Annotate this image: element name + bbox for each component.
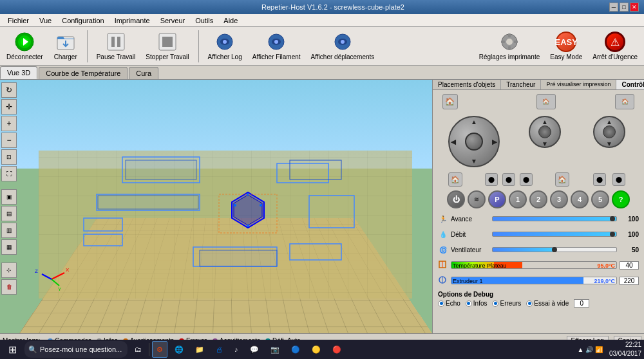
tab-placements[interactable]: Placements d'objets [433,80,501,89]
dpad-up[interactable]: ▲ [471,118,477,125]
step-btn-5[interactable]: ⬤ [612,173,625,186]
view-front[interactable]: ▥ [1,223,17,238]
rotate-tool[interactable]: ↻ [1,82,17,98]
taskbar-app3[interactable]: 🔴 [328,341,346,358]
taskbar-edge[interactable]: 🌐 [170,341,188,358]
home-z-button[interactable]: 🏠 [615,94,634,109]
help-button[interactable]: ? [612,190,630,208]
minimize-button[interactable]: ─ [609,3,618,12]
debit-slider[interactable] [492,232,617,237]
show-filament-button[interactable]: Afficher Filament [249,30,305,62]
debit-value: 100 [620,231,639,238]
dpad-down[interactable]: ▼ [471,158,477,165]
ventilateur-slider[interactable] [492,247,617,252]
start-button[interactable]: ⊞ [3,341,22,358]
step-btn-1[interactable]: ⬤ [485,173,498,186]
select-tool[interactable]: ⊹ [1,262,17,278]
infos-option[interactable]: Infos [466,300,488,307]
svg-point-38 [247,225,249,227]
edge-icon: 🌐 [175,345,184,354]
taskbar-camera[interactable]: 📷 [266,341,284,358]
plateau-temp-setpoint[interactable] [620,261,639,270]
menu-vue[interactable]: Vue [34,15,57,26]
num3-button[interactable]: 3 [550,190,568,208]
tab-cura[interactable]: Cura [129,67,158,79]
disconnect-button[interactable]: Déconnecter [3,30,47,62]
view-side[interactable]: ▦ [1,239,17,255]
easy-mode-button[interactable]: EASY Easy Mode [546,30,586,62]
svg-rect-5 [108,33,124,50]
menu-imprimante[interactable]: Imprimante [109,15,155,26]
echo-option[interactable]: Echo [438,300,460,307]
view-top[interactable]: ▤ [1,206,17,221]
step-btn-2[interactable]: ⬤ [502,173,515,186]
tab-controle-manuel[interactable]: Contrôle Manuel [616,80,644,89]
view-iso[interactable]: ▣ [1,189,17,205]
home-all-btn2[interactable]: 🏠 [448,172,462,187]
z-down[interactable]: ▼ [542,140,548,147]
close-button[interactable]: ✕ [630,3,639,12]
zoom-out-tool[interactable]: − [1,133,17,148]
pause-button[interactable]: Pause Travail [93,30,140,62]
p-button[interactable]: P [488,190,506,208]
num4-button[interactable]: 4 [571,190,589,208]
tab-vue3d[interactable]: Vue 3D [0,66,37,79]
emergency-stop-button[interactable]: ⚠ Arrêt d'Urgence [589,30,641,62]
printer-settings-button[interactable]: Réglages imprimante [475,30,544,62]
echo-radio[interactable] [438,300,444,307]
extruder-temp-setpoint[interactable] [620,277,639,285]
menu-outils[interactable]: Outils [190,15,218,26]
num5-button[interactable]: 5 [591,190,609,208]
show-log-button[interactable]: Afficher Log [204,30,246,62]
num1-button[interactable]: 1 [509,190,527,208]
taskbar-ps[interactable]: 🔵 [287,341,305,358]
taskbar-taskview[interactable]: 🗂 [130,341,146,358]
zoom-fit-tool[interactable]: ⊡ [1,149,17,165]
num2-button[interactable]: 2 [529,190,547,208]
taskbar-repetier[interactable]: ⚙ [152,341,167,358]
repetier-icon: ⚙ [156,345,163,354]
essai-option[interactable]: Essai à vide [526,300,569,307]
dpad-right[interactable]: ▶ [492,138,497,145]
home-z-btn2[interactable]: 🏠 [555,172,569,187]
tab-courbe-temp[interactable]: Courbe de Température [39,67,128,79]
menu-fichier[interactable]: Fichier [3,15,34,26]
taskbar-search[interactable]: 🔍 Posez-moi une question... [24,341,128,358]
taskbar-app2[interactable]: 🟡 [307,341,325,358]
infos-radio[interactable] [466,300,472,307]
home-all-button[interactable]: 🏠 [442,94,458,109]
dpad-left[interactable]: ◀ [451,138,456,145]
z-up[interactable]: ▲ [542,118,548,125]
home-xy-button[interactable]: 🏠 [536,94,556,109]
extruder-temp-row: Extrudeur 1 219,0°C [435,274,641,287]
tab-trancheur[interactable]: Trancheur [501,80,541,89]
erreurs-option[interactable]: Erreurs [492,300,521,307]
zoom-extent[interactable]: ⛶ [1,166,17,181]
stop-button[interactable]: Stopper Travail [142,30,193,62]
essai-radio[interactable] [526,300,533,307]
maximize-button[interactable]: □ [620,3,629,12]
tab-preview[interactable]: Pré visualiser impression [541,80,616,89]
fan-button[interactable]: ≋ [468,190,486,208]
menu-aide[interactable]: Aide [218,15,243,26]
infos-label: Infos [473,300,488,307]
step-btn-4[interactable]: ⬤ [593,173,606,186]
load-button[interactable]: Charger [50,30,82,62]
step-btn-3[interactable]: ⬤ [520,173,533,186]
show-moves-button[interactable]: Afficher déplacements [307,30,379,62]
power-button[interactable]: ⏻ [447,190,465,208]
taskbar-skype[interactable]: 💬 [245,341,263,358]
erreurs-radio[interactable] [492,300,498,307]
taskbar-hp[interactable]: 🖨 [211,341,227,358]
zoom-in-tool[interactable]: + [1,116,17,131]
menu-configuration[interactable]: Configuration [57,15,109,26]
taskbar-app1[interactable]: ♪ [230,341,243,358]
move-tool[interactable]: ✛ [1,99,17,115]
e-up[interactable]: ▲ [606,118,612,125]
debug-input[interactable] [574,299,589,308]
delete-tool[interactable]: 🗑 [1,279,17,295]
e-down[interactable]: ▼ [606,140,612,147]
avance-slider[interactable] [492,216,617,221]
menu-serveur[interactable]: Serveur [155,15,191,26]
taskbar-explorer[interactable]: 📁 [191,341,209,358]
